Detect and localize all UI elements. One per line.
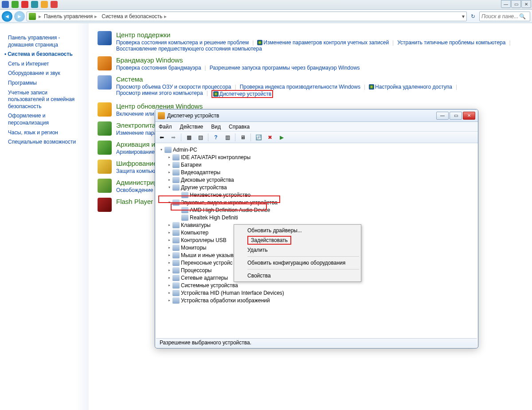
tree-item[interactable]: ▾Другие устройства xyxy=(157,184,476,191)
device-icon xyxy=(172,297,180,304)
sidebar-item[interactable]: Оборудование и звук xyxy=(8,70,84,77)
category-title[interactable]: Шифрование xyxy=(116,160,160,167)
breadcrumb[interactable]: Панель управления xyxy=(44,13,99,20)
category-title[interactable]: Flash Player (3 xyxy=(116,198,161,205)
view-icon[interactable]: ▦ xyxy=(184,133,194,142)
tab-icon[interactable] xyxy=(51,1,58,8)
category-link[interactable]: Устранить типичные проблемы компьютера xyxy=(397,39,505,46)
device-icon xyxy=(172,162,180,168)
category-link[interactable]: Восстановление предшествующего состояния… xyxy=(116,46,262,52)
tree-item[interactable]: Realtek High Definiti xyxy=(157,214,476,221)
device-manager-icon xyxy=(158,112,165,119)
sidebar-item[interactable]: Часы, язык и регион xyxy=(8,129,84,137)
dropdown-icon[interactable]: ▾ xyxy=(462,13,465,20)
window-title-bar[interactable]: Диспетчер устройств — ▭ ✕ xyxy=(155,109,478,122)
tree-item[interactable]: ▾Звуковые, видео и игровые устройства xyxy=(157,199,476,206)
tree-item[interactable]: Неизвестное устройство xyxy=(157,191,476,199)
category-icon xyxy=(98,31,112,45)
sidebar-item[interactable]: Специальные возможности xyxy=(8,139,84,146)
forward-button[interactable]: ► xyxy=(14,11,25,22)
back-button[interactable]: ◄ xyxy=(2,11,12,22)
props-icon[interactable]: ▥ xyxy=(223,133,232,142)
tree-item[interactable]: ▸Батареи xyxy=(157,161,476,168)
context-menu-item[interactable]: Задействовать xyxy=(235,235,360,245)
sidebar-item[interactable]: Учетные записи пользователей и семейная … xyxy=(8,90,84,110)
category-title[interactable]: Брандмауэр Windows xyxy=(116,56,360,64)
category-link[interactable]: Изменение парам xyxy=(116,130,160,136)
close-icon[interactable]: ✕ xyxy=(521,0,531,8)
minimize-icon[interactable]: — xyxy=(501,0,511,8)
category-link[interactable]: Изменение параметров контроля учетных за… xyxy=(263,39,389,46)
category-icon xyxy=(98,75,112,90)
minimize-button[interactable]: — xyxy=(436,112,449,120)
category-link[interactable]: Разрешение запуска программы через бранд… xyxy=(210,65,360,71)
uninstall-icon[interactable]: ✖ xyxy=(265,133,275,142)
menu-item[interactable]: Вид xyxy=(211,124,221,130)
context-menu-item[interactable]: Свойства xyxy=(235,271,360,281)
tab-icon[interactable] xyxy=(21,1,28,8)
scan-icon[interactable]: 🖥 xyxy=(238,133,248,142)
tree-item[interactable]: ▸Дисковые устройства xyxy=(157,176,476,184)
search-box[interactable]: 🔍 xyxy=(479,12,530,21)
device-icon xyxy=(172,290,180,296)
device-icon xyxy=(172,184,180,191)
category-link[interactable]: Проверка состояния компьютера и решение … xyxy=(116,39,249,46)
tree-item[interactable]: ▸Устройства обработки изображений xyxy=(157,297,476,304)
maximize-icon[interactable]: ▭ xyxy=(511,0,521,8)
category-link[interactable]: Просмотр имени этого компьютера xyxy=(116,90,203,96)
category-link[interactable]: Настройка удаленного доступа xyxy=(375,84,452,90)
device-icon xyxy=(172,222,180,228)
category-title[interactable]: Система xyxy=(116,75,523,83)
search-input[interactable] xyxy=(481,13,519,20)
device-icon xyxy=(172,260,180,266)
tree-item[interactable]: ▸Видеоадаптеры xyxy=(157,168,476,176)
context-menu-item[interactable]: Обновить конфигурацию оборудования xyxy=(235,258,360,268)
context-menu-item[interactable]: Удалить xyxy=(235,245,360,255)
tree-item[interactable]: AMD High Definition Audio Device xyxy=(157,206,476,214)
category-link[interactable]: Просмотр объема ОЗУ и скорости процессор… xyxy=(116,84,231,90)
menu-item[interactable]: Действие xyxy=(180,124,203,130)
refresh-hw-icon[interactable]: 🔃 xyxy=(254,133,263,142)
tab-icon[interactable] xyxy=(41,1,48,8)
address-bar[interactable]: ▸ Панель управления Система и безопаснос… xyxy=(27,12,467,21)
help-icon[interactable]: ? xyxy=(211,133,221,142)
category-title[interactable]: Центр поддержки xyxy=(116,31,523,39)
maximize-button[interactable]: ▭ xyxy=(450,112,462,120)
enable-icon[interactable]: ▶ xyxy=(277,133,286,142)
category-icon xyxy=(98,179,112,193)
context-menu-item[interactable]: Обновить драйверы... xyxy=(235,226,360,235)
menu-item[interactable]: Файл xyxy=(159,124,172,130)
category-link[interactable]: Диспетчер устройств xyxy=(219,91,271,97)
tree-item[interactable]: ▸IDE ATA/ATAPI контроллеры xyxy=(157,153,476,161)
device-icon xyxy=(172,199,180,206)
sidebar-item[interactable]: Оформление и персонализация xyxy=(8,113,84,126)
window-title: Диспетчер устройств xyxy=(167,113,219,119)
category-icon xyxy=(98,141,112,155)
tree-item[interactable]: ▸Системные устройства xyxy=(157,281,476,289)
category-icon xyxy=(98,102,112,117)
details-icon[interactable]: ▤ xyxy=(196,133,205,142)
category-link[interactable]: Защита компьюте xyxy=(116,168,160,174)
sidebar-item[interactable]: Панель управления - домашняя страница xyxy=(8,35,84,48)
tab-icon[interactable] xyxy=(31,1,38,8)
tree-item[interactable]: ▸Устройства HID (Human Interface Devices… xyxy=(157,289,476,297)
category-link[interactable]: Проверка состояния брандмауэра xyxy=(116,65,201,71)
sidebar-item[interactable]: Сеть и Интернет xyxy=(8,61,84,68)
tab-icon[interactable] xyxy=(2,1,9,8)
nav-bar: ◄ ► ▸ Панель управления Система и безопа… xyxy=(0,10,532,23)
tab-icon[interactable] xyxy=(12,1,19,8)
tree-root[interactable]: ▾Admin-PC xyxy=(157,146,476,153)
category-link[interactable]: Проверка индекса производительности Wind… xyxy=(240,84,360,90)
sidebar-item[interactable]: Система и безопасность xyxy=(8,51,84,58)
close-button[interactable]: ✕ xyxy=(463,112,475,120)
forward-icon[interactable]: ➡ xyxy=(168,133,178,142)
category-icon xyxy=(98,198,112,212)
shield-icon xyxy=(257,40,262,45)
back-icon[interactable]: ⬅ xyxy=(157,133,167,142)
search-icon[interactable]: 🔍 xyxy=(519,13,526,20)
refresh-icon[interactable]: ↻ xyxy=(469,12,477,21)
device-icon xyxy=(172,237,180,243)
sidebar-item[interactable]: Программы xyxy=(8,80,84,87)
menu-item[interactable]: Справка xyxy=(229,124,250,130)
breadcrumb[interactable]: Система и безопасность xyxy=(102,13,168,20)
